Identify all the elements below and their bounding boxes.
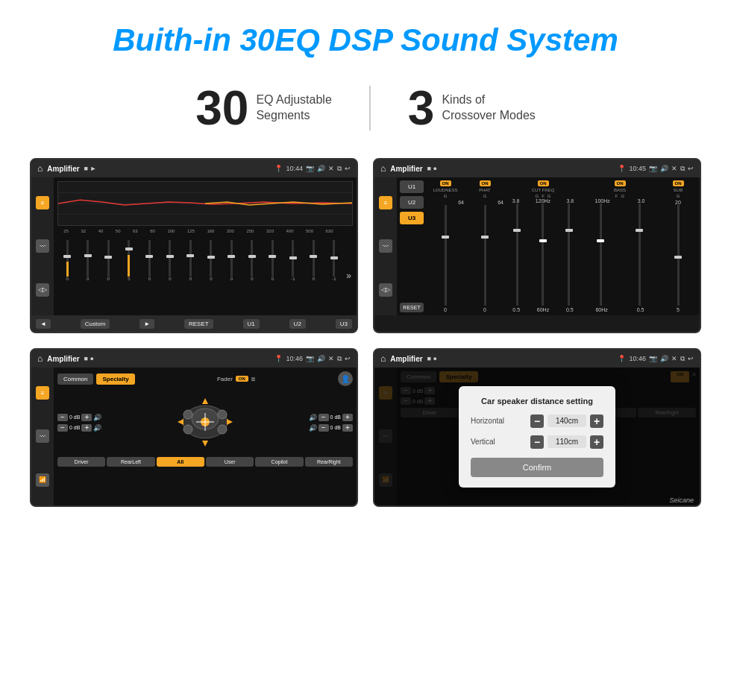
dist-record-icons: ■ ● bbox=[427, 355, 437, 362]
sp-rearright-btn[interactable]: RearRight bbox=[305, 457, 353, 467]
seicane-watermark: Seicane bbox=[669, 496, 694, 504]
eq-lbl-10: 250 bbox=[246, 229, 254, 233]
cx-u3-btn[interactable]: U3 bbox=[400, 212, 424, 224]
sp-loc-icon: 📍 bbox=[274, 355, 283, 362]
eq-main: 25 32 40 50 63 80 100 125 160 200 250 32… bbox=[54, 177, 357, 315]
eq-custom-btn[interactable]: Custom bbox=[81, 319, 110, 329]
cx-sb-icon-1[interactable]: ≡ bbox=[379, 196, 392, 209]
sp-sb-icon-1[interactable]: ≡ bbox=[36, 386, 49, 400]
home-icon[interactable]: ⌂ bbox=[37, 163, 43, 174]
eq-reset-btn[interactable]: RESET bbox=[184, 319, 213, 329]
phat-on[interactable]: ON bbox=[480, 180, 491, 186]
eq-slider-expand[interactable]: » bbox=[346, 271, 351, 281]
eq-slider-3[interactable]: 5 bbox=[121, 240, 138, 281]
cx-back-icon[interactable]: ↩ bbox=[688, 165, 694, 172]
sub-label: SUB bbox=[674, 188, 683, 192]
stat-crossover: 3 Kinds ofCrossover Modes bbox=[371, 81, 573, 136]
cx-u1-btn[interactable]: U1 bbox=[400, 180, 424, 193]
sp-back-icon[interactable]: ↩ bbox=[345, 355, 351, 362]
cx-vol-icon: 🔊 bbox=[660, 165, 668, 172]
cx-reset-btn[interactable]: RESET bbox=[400, 303, 424, 312]
sp-driver-btn[interactable]: Driver bbox=[57, 457, 105, 467]
eq-slider-4[interactable]: 0 bbox=[141, 240, 158, 281]
sp-user-btn[interactable]: User bbox=[206, 457, 254, 467]
vertical-plus-btn[interactable]: + bbox=[590, 435, 603, 449]
bass-label: BASS bbox=[614, 188, 626, 192]
sp-br-minus[interactable]: − bbox=[319, 424, 329, 432]
sp-bl-plus[interactable]: + bbox=[81, 424, 92, 432]
sp-sb-icon-2[interactable]: 〰 bbox=[36, 429, 49, 443]
eq-u3-btn[interactable]: U3 bbox=[336, 319, 352, 329]
distance-screen: ⌂ Amplifier ■ ● 📍 10:46 📷 🔊 ✕ ⧉ ↩ ≡ bbox=[373, 348, 701, 507]
svg-point-7 bbox=[183, 425, 192, 434]
eq-slider-10[interactable]: 0 bbox=[264, 240, 281, 281]
distance-dialog-box: Car speaker distance setting Horizontal … bbox=[459, 386, 615, 488]
crossover-screen: ⌂ Amplifier ■ ● 📍 10:45 📷 🔊 ✕ ⧉ ↩ ≡ 〰 bbox=[373, 158, 701, 333]
sp-br-plus[interactable]: + bbox=[342, 424, 353, 432]
eq-slider-8[interactable]: 0 bbox=[223, 240, 240, 281]
vertical-minus-btn[interactable]: − bbox=[530, 435, 544, 449]
eq-lbl-0: 25 bbox=[63, 229, 69, 233]
dist-back-icon[interactable]: ↩ bbox=[688, 355, 694, 362]
eq-slider-13[interactable]: -1 bbox=[326, 240, 343, 281]
eq-slider-2[interactable]: 0 bbox=[100, 240, 117, 281]
sp-copilot-btn[interactable]: Copilot bbox=[255, 457, 303, 467]
eq-u2-btn[interactable]: U2 bbox=[289, 319, 306, 329]
eq-sidebar-tuner[interactable]: ≡ bbox=[36, 196, 49, 209]
cx-sb-icon-3[interactable]: ◁▷ bbox=[379, 283, 392, 297]
sp-all-btn[interactable]: All bbox=[157, 457, 204, 467]
eq-prev-btn[interactable]: ◄ bbox=[36, 319, 51, 329]
sp-close-icon[interactable]: ✕ bbox=[328, 355, 334, 362]
back-icon[interactable]: ↩ bbox=[345, 165, 351, 172]
svg-marker-12 bbox=[202, 398, 208, 404]
bass-on[interactable]: ON bbox=[615, 180, 626, 186]
sp-bl-minus[interactable]: − bbox=[57, 424, 68, 432]
dist-cam-icon: 📷 bbox=[649, 355, 657, 362]
eq-sidebar-volume[interactable]: ◁▷ bbox=[36, 283, 49, 297]
eq-slider-11[interactable]: -1 bbox=[285, 240, 302, 281]
dialog-title: Car speaker distance setting bbox=[471, 397, 603, 406]
sp-tl-plus[interactable]: + bbox=[81, 414, 92, 421]
cx-band-cutfreq: ON CUT FREQ GFG 3.8120Hz3.8 bbox=[506, 180, 580, 312]
eq-slider-9[interactable]: 0 bbox=[244, 240, 261, 281]
sp-fader-on[interactable]: ON bbox=[236, 376, 248, 382]
cx-close-icon[interactable]: ✕ bbox=[671, 165, 677, 172]
eq-graph bbox=[57, 181, 353, 226]
loudness-on[interactable]: ON bbox=[440, 180, 451, 186]
window-icon: ⧉ bbox=[337, 165, 342, 173]
dist-home-icon[interactable]: ⌂ bbox=[380, 353, 386, 364]
eq-slider-12[interactable]: 0 bbox=[305, 240, 322, 281]
horizontal-minus-btn[interactable]: − bbox=[530, 414, 544, 428]
eq-sidebar-wave[interactable]: 〰 bbox=[36, 239, 49, 253]
confirm-button[interactable]: Confirm bbox=[471, 458, 603, 477]
dist-close-icon[interactable]: ✕ bbox=[671, 355, 677, 362]
sp-tl-minus[interactable]: − bbox=[57, 414, 68, 421]
sp-specialty-tab[interactable]: Specialty bbox=[96, 373, 134, 385]
cx-sb-icon-2[interactable]: 〰 bbox=[379, 239, 392, 253]
sp-home-icon[interactable]: ⌂ bbox=[37, 353, 43, 364]
eq-next-btn[interactable]: ► bbox=[139, 319, 154, 329]
sub-on[interactable]: ON bbox=[673, 180, 684, 186]
eq-slider-5[interactable]: 0 bbox=[162, 240, 179, 281]
dialog-horizontal-ctrl: − 140cm + bbox=[530, 414, 603, 428]
cutfreq-on[interactable]: ON bbox=[538, 180, 549, 186]
cx-u2-btn[interactable]: U2 bbox=[400, 196, 424, 209]
sp-common-tab[interactable]: Common bbox=[57, 373, 93, 385]
cx-record-icons: ■ ● bbox=[427, 165, 437, 172]
cx-time: 10:45 bbox=[629, 165, 646, 172]
eq-slider-1[interactable]: 0 bbox=[80, 240, 97, 281]
sp-tr-plus[interactable]: + bbox=[342, 414, 353, 421]
sp-tr-minus[interactable]: − bbox=[319, 414, 329, 421]
eq-u1-btn[interactable]: U1 bbox=[243, 319, 260, 329]
sp-profile-icon[interactable]: 👤 bbox=[338, 371, 353, 386]
sp-rearleft-btn[interactable]: RearLeft bbox=[107, 457, 154, 467]
eq-slider-7[interactable]: 0 bbox=[203, 240, 220, 281]
eq-slider-0[interactable]: 0 bbox=[59, 240, 76, 281]
eq-slider-6[interactable]: 0 bbox=[182, 240, 199, 281]
sp-sb-icon-3[interactable]: 📶 bbox=[36, 473, 49, 487]
close-icon[interactable]: ✕ bbox=[328, 165, 334, 172]
eq-lbl-5: 80 bbox=[150, 229, 155, 233]
horizontal-plus-btn[interactable]: + bbox=[590, 414, 603, 428]
cx-home-icon[interactable]: ⌂ bbox=[380, 163, 386, 174]
sp-sidebar: ≡ 〰 📶 bbox=[31, 368, 54, 505]
